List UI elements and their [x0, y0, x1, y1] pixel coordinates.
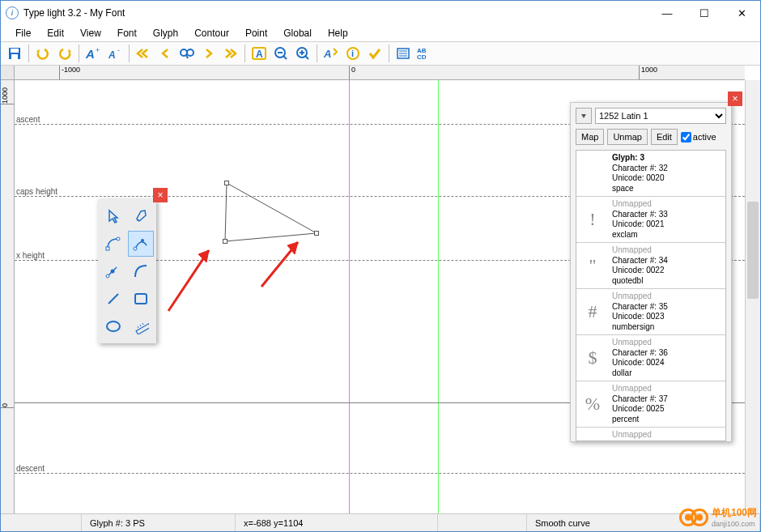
horizontal-ruler[interactable]: -1000 0 1000	[15, 66, 745, 80]
annotation-arrow	[249, 234, 314, 299]
svg-rect-42	[135, 294, 147, 304]
svg-text:A: A	[108, 49, 116, 61]
zoom-in-icon[interactable]	[292, 44, 313, 63]
minimize-button[interactable]: ―	[648, 1, 686, 25]
list-item[interactable]: Glyph: 3Character #: 32Unicode: 0020spac…	[576, 151, 725, 197]
edit-button[interactable]: Edit	[651, 129, 678, 145]
menu-point[interactable]: Point	[237, 26, 275, 40]
scrollbar-thumb[interactable]	[747, 202, 759, 299]
menu-contour[interactable]: Contour	[186, 26, 237, 40]
ruler-tick: -1000	[59, 66, 80, 80]
glyph-char: %	[576, 381, 609, 427]
svg-line-18	[305, 56, 308, 59]
palette-close-button[interactable]: ×	[153, 188, 168, 202]
metrics-icon[interactable]: A	[321, 44, 342, 63]
status-coords: x=-688 y=1104	[236, 514, 438, 531]
glyph-char	[576, 151, 609, 196]
ruler-tick: 0	[349, 66, 355, 80]
list-item[interactable]: $UnmappedCharacter #: 36Unicode: 0024dol…	[576, 335, 725, 381]
glyph-info: UnmappedCharacter #: 38Unicode: 0026ampe…	[609, 428, 725, 441]
tool-add-point[interactable]	[100, 258, 126, 284]
abcd-icon[interactable]: ABCD	[415, 44, 436, 63]
menu-font[interactable]: Font	[109, 26, 145, 40]
svg-marker-28	[225, 183, 317, 241]
tool-pen[interactable]	[128, 203, 154, 229]
svg-line-14	[283, 56, 287, 59]
tool-curve[interactable]	[128, 258, 154, 284]
info-icon[interactable]: i	[342, 44, 363, 63]
list-item[interactable]: %UnmappedCharacter #: 37Unicode: 0025per…	[576, 381, 725, 428]
glyph-char: $	[576, 335, 609, 381]
list-item[interactable]: #UnmappedCharacter #: 35Unicode: 0023num…	[576, 289, 725, 335]
vertical-ruler[interactable]: 1000 0	[1, 80, 15, 516]
close-button[interactable]: ✕	[723, 1, 760, 25]
menu-edit[interactable]: Edit	[39, 26, 72, 40]
save-icon[interactable]	[4, 44, 25, 63]
list-icon[interactable]	[393, 44, 414, 63]
tool-pointer[interactable]	[100, 203, 126, 229]
encoding-dropdown-icon[interactable]	[576, 108, 592, 124]
menubar: File Edit View Font Glyph Contour Point …	[1, 25, 760, 41]
last-icon[interactable]	[220, 44, 241, 63]
svg-text:A: A	[323, 48, 331, 60]
active-checkbox[interactable]: active	[681, 132, 716, 143]
glyph-info: UnmappedCharacter #: 36Unicode: 0024doll…	[609, 335, 725, 381]
glyph-list[interactable]: Glyph: 3Character #: 32Unicode: 0020spac…	[576, 150, 726, 441]
tool-rectangle[interactable]	[128, 286, 154, 312]
menu-file[interactable]: File	[7, 26, 39, 40]
menu-view[interactable]: View	[72, 26, 109, 40]
glyph-char: "	[576, 243, 609, 288]
zoom-out-icon[interactable]	[270, 44, 291, 63]
svg-text:+: +	[96, 46, 100, 54]
highlight-glyph-icon[interactable]: A	[249, 44, 270, 63]
menu-help[interactable]: Help	[320, 26, 356, 40]
svg-text:A: A	[256, 49, 263, 60]
undo-icon[interactable]	[32, 44, 53, 63]
prev-icon[interactable]	[155, 44, 176, 63]
titlebar: i Type light 3.2 - My Font ― ☐ ✕	[1, 1, 760, 25]
svg-text:-: -	[117, 46, 120, 54]
list-item[interactable]: !UnmappedCharacter #: 33Unicode: 0021exc…	[576, 197, 725, 243]
list-item[interactable]: &UnmappedCharacter #: 38Unicode: 0026amp…	[576, 428, 725, 441]
glyph-panel[interactable]: × 1252 Latin 1 Map Unmap Edit active Gly…	[570, 102, 732, 442]
vertical-scrollbar[interactable]	[745, 80, 760, 516]
find-icon[interactable]	[176, 44, 198, 63]
watermark: 单机100网 danji100.com	[679, 506, 757, 528]
contour-node[interactable]	[314, 231, 319, 236]
tool-corner-curve[interactable]	[100, 231, 126, 257]
ruler-tick: 1000	[639, 66, 657, 80]
tool-measure[interactable]	[128, 313, 154, 339]
maximize-button[interactable]: ☐	[686, 1, 723, 25]
menu-global[interactable]: Global	[275, 26, 320, 40]
font-smaller-icon[interactable]: A-	[104, 44, 125, 63]
contour-node[interactable]	[223, 239, 227, 244]
tool-palette[interactable]: ×	[98, 199, 156, 343]
annotation-arrow	[156, 242, 221, 323]
tool-smooth-curve[interactable]	[128, 231, 154, 257]
encoding-select[interactable]: 1252 Latin 1	[595, 108, 726, 124]
svg-rect-2	[11, 54, 18, 59]
toolbar: A+ A- A A i ABCD	[1, 41, 760, 66]
svg-rect-44	[136, 324, 149, 334]
status-bar: Glyph #: 3 PS x=-688 y=1104 Smooth curve	[1, 513, 760, 531]
ruler-tick: 0	[1, 402, 15, 408]
contour-node[interactable]	[224, 181, 229, 185]
svg-point-39	[106, 275, 109, 278]
tool-ellipse[interactable]	[100, 313, 126, 339]
first-icon[interactable]	[133, 44, 154, 63]
tool-line[interactable]	[100, 286, 126, 312]
menu-glyph[interactable]: Glyph	[145, 26, 186, 40]
font-bigger-icon[interactable]: A+	[83, 44, 104, 63]
svg-line-29	[168, 250, 209, 311]
check-icon[interactable]	[364, 44, 385, 63]
panel-close-button[interactable]: ×	[728, 92, 742, 106]
svg-rect-1	[11, 49, 19, 53]
next-icon[interactable]	[198, 44, 219, 63]
list-item[interactable]: "UnmappedCharacter #: 34Unicode: 0022quo…	[576, 243, 725, 289]
status-glyph: Glyph #: 3 PS	[82, 514, 236, 531]
redo-icon[interactable]	[54, 44, 75, 63]
svg-point-40	[111, 270, 115, 274]
map-button[interactable]: Map	[576, 129, 604, 145]
unmap-button[interactable]: Unmap	[607, 129, 647, 145]
svg-point-37	[141, 239, 144, 242]
